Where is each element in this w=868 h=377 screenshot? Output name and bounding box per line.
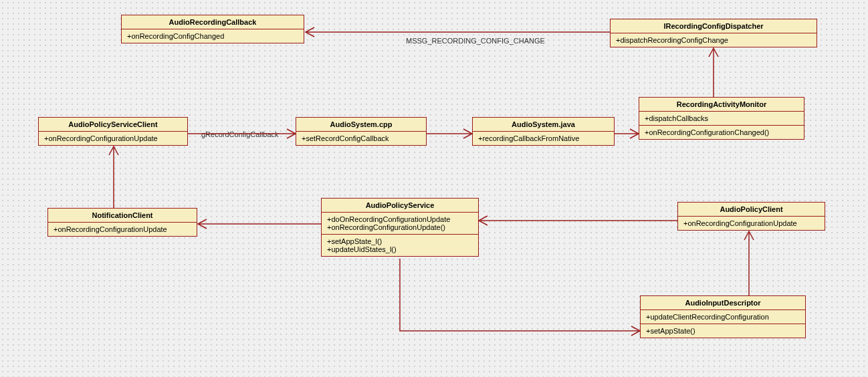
- class-audio-input-descriptor: AudioInputDescriptor +updateClientRecord…: [640, 295, 806, 338]
- class-member: +setAppState(): [641, 324, 805, 338]
- class-member: +setRecordConfigCallback: [296, 132, 426, 145]
- class-member: +doOnRecordingConfigurationUpdate: [327, 215, 473, 223]
- class-member: +onRecordingConfigurationUpdate(): [327, 223, 473, 231]
- class-audio-policy-service-client: AudioPolicyServiceClient +onRecordingCon…: [38, 117, 188, 146]
- class-member: +onRecordingConfigurationUpdate: [39, 132, 187, 145]
- class-member: +recordingCallbackFromNative: [473, 132, 614, 145]
- class-member: +dispatchCallbacks: [639, 112, 804, 125]
- edge-label: MSSG_RECORDING_CONFIG_CHANGE: [406, 37, 545, 45]
- class-member: +updateUidStates_l(): [327, 245, 473, 253]
- class-title: AudioSystem.cpp: [296, 118, 426, 132]
- class-title: AudioSystem.java: [473, 118, 614, 132]
- class-member: +updateClientRecordingConfiguration: [641, 310, 805, 324]
- class-audio-recording-callback: AudioRecordingCallback +onRecordingConfi…: [121, 15, 304, 43]
- edge-label: gRecordConfigCallback: [201, 130, 279, 138]
- class-irecording-config-dispatcher: IRecordingConfigDispatcher +dispatchReco…: [610, 19, 817, 47]
- class-title: IRecordingConfigDispatcher: [611, 19, 817, 33]
- class-member: +onRecordingConfigChanged: [122, 29, 304, 43]
- class-notification-client: NotificationClient +onRecordingConfigura…: [47, 208, 197, 237]
- class-member: +setAppState_l(): [327, 237, 473, 245]
- class-audio-policy-client: AudioPolicyClient +onRecordingConfigurat…: [677, 202, 825, 231]
- class-title: RecordingActivityMonitor: [639, 98, 804, 112]
- class-recording-activity-monitor: RecordingActivityMonitor +dispatchCallba…: [639, 97, 804, 140]
- class-audio-system-cpp: AudioSystem.cpp +setRecordConfigCallback: [296, 117, 427, 146]
- class-audio-policy-service: AudioPolicyService +doOnRecordingConfigu…: [321, 198, 479, 257]
- class-title: AudioPolicyService: [322, 199, 478, 213]
- class-title: AudioRecordingCallback: [122, 15, 304, 29]
- class-section: +setAppState_l() +updateUidStates_l(): [322, 234, 478, 256]
- class-title: AudioPolicyServiceClient: [39, 118, 187, 132]
- class-member: +onRecordingConfigurationUpdate: [48, 223, 197, 236]
- class-title: NotificationClient: [48, 209, 197, 223]
- class-member: +onRecordingConfigurationChanged(): [639, 125, 804, 139]
- class-title: AudioInputDescriptor: [641, 296, 805, 310]
- class-title: AudioPolicyClient: [678, 203, 825, 217]
- class-section: +doOnRecordingConfigurationUpdate +onRec…: [322, 213, 478, 234]
- class-member: +onRecordingConfigurationUpdate: [678, 217, 825, 230]
- class-member: +dispatchRecordingConfigChange: [611, 33, 817, 47]
- class-audio-system-java: AudioSystem.java +recordingCallbackFromN…: [472, 117, 615, 146]
